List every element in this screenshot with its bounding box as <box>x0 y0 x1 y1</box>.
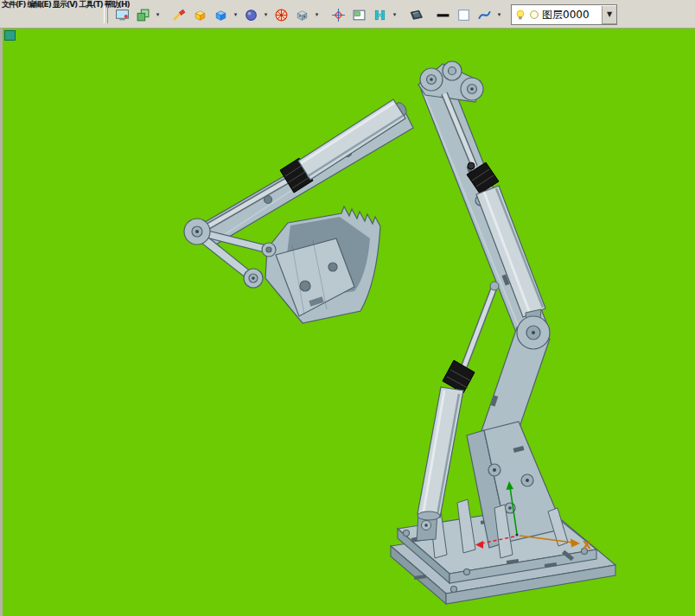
shading-icon <box>244 8 258 22</box>
capture-view-icon <box>115 8 130 22</box>
toolbar-spacer <box>322 4 328 25</box>
display-3d-icon <box>409 8 424 22</box>
standard-view-button[interactable] <box>210 4 231 25</box>
grid-button[interactable] <box>369 4 390 25</box>
display-mode-button[interactable] <box>132 4 153 25</box>
line-width-button[interactable] <box>432 4 453 25</box>
zoom-window-icon <box>352 8 367 22</box>
axis-origin <box>515 533 518 536</box>
display-mode-icon <box>136 8 150 22</box>
material-icon <box>295 8 309 22</box>
display-mode-dropdown[interactable]: ▾ <box>153 4 163 25</box>
color-swatch-button[interactable] <box>453 4 474 25</box>
main-toolbar: ▾ <box>104 3 617 26</box>
layer-name: 图层0000 <box>542 8 600 22</box>
toolbar-strip: 文件(F) 编辑(E) 显示(V) 工具(T) 帮助(H) ▾ <box>0 0 695 29</box>
grid-icon <box>373 8 387 22</box>
bucket[interactable] <box>265 206 380 323</box>
render-wheel-button[interactable] <box>271 4 291 25</box>
toolbar-spacer <box>426 4 432 25</box>
render-wheel-icon <box>274 8 289 22</box>
isometric-view-button[interactable] <box>189 4 210 25</box>
isometric-view-icon <box>193 8 207 22</box>
grid-dropdown[interactable]: ▾ <box>390 4 399 25</box>
line-width-icon <box>436 8 450 22</box>
right-cylinder[interactable] <box>444 93 545 332</box>
display-3d-button[interactable] <box>405 4 426 25</box>
application-window: 文件(F) 编辑(E) 显示(V) 工具(T) 帮助(H) ▾ <box>0 0 695 616</box>
toolbar-spacer <box>163 4 169 25</box>
shading-dropdown[interactable]: ▾ <box>261 4 271 25</box>
material-dropdown[interactable]: ▾ <box>312 4 322 25</box>
excavator-arm-model[interactable]: X <box>0 28 695 616</box>
spline-icon <box>477 8 492 22</box>
standard-view-icon <box>214 8 228 22</box>
top-cylinder[interactable] <box>201 99 409 231</box>
layer-color-icon <box>528 9 540 21</box>
layer-selector[interactable]: 图层0000 ▼ <box>511 4 617 25</box>
3d-viewport[interactable]: X <box>0 28 695 616</box>
spline-button[interactable] <box>474 4 494 25</box>
locate-center-button[interactable] <box>328 4 348 25</box>
repaint-button[interactable] <box>169 4 189 25</box>
layer-dropdown-arrow[interactable]: ▼ <box>602 6 616 24</box>
shading-button[interactable] <box>240 4 261 25</box>
axis-x-label: X <box>583 538 591 551</box>
elbow-pivot[interactable] <box>517 316 550 349</box>
color-swatch-icon <box>456 8 471 22</box>
repaint-icon <box>172 8 187 22</box>
toolbar-handle[interactable] <box>104 6 108 23</box>
locate-center-icon <box>331 8 346 22</box>
spline-dropdown[interactable]: ▾ <box>494 4 504 25</box>
standard-view-dropdown[interactable]: ▾ <box>231 4 240 25</box>
material-button[interactable] <box>291 4 312 25</box>
zoom-window-button[interactable] <box>348 4 369 25</box>
boom-top-clevis[interactable] <box>418 61 483 102</box>
toolbar-spacer <box>399 4 405 25</box>
capture-view-button[interactable] <box>112 4 132 25</box>
light-bulb-icon <box>514 9 526 21</box>
